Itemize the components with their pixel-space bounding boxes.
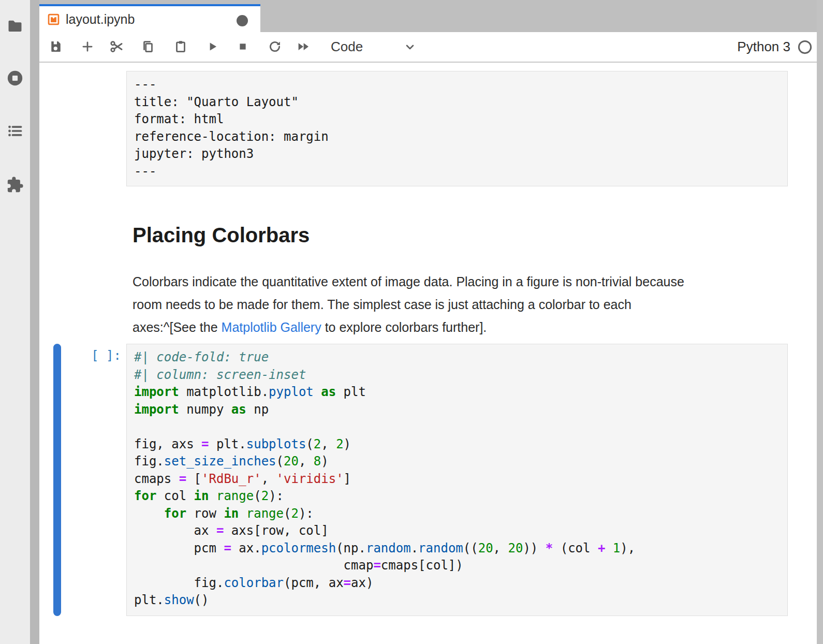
insert-cell-below-button[interactable] — [77, 36, 98, 57]
restart-and-run-all-button[interactable] — [293, 36, 314, 57]
panel-divider — [30, 0, 39, 644]
running-kernels-icon[interactable] — [6, 69, 24, 87]
run-cell-button[interactable] — [202, 36, 223, 57]
restart-kernel-button[interactable] — [264, 36, 285, 57]
matplotlib-gallery-link[interactable]: Matplotlib Gallery — [222, 320, 321, 334]
code-cell-editor[interactable]: #| code-fold: true#| column: screen-inse… — [126, 344, 788, 616]
raw-cell-editor[interactable]: ---title: "Quarto Layout"format: htmlref… — [126, 71, 788, 186]
extension-manager-icon[interactable] — [6, 176, 24, 194]
paragraph-line-1: Colorbars indicate the quantitative exte… — [133, 274, 684, 289]
tab-bar: layout.ipynb — [39, 0, 817, 32]
cell-type-dropdown[interactable]: Code — [331, 32, 417, 62]
interrupt-kernel-button[interactable] — [232, 36, 253, 57]
tab-title: layout.ipynb — [66, 12, 135, 27]
kernel-name[interactable]: Python 3 — [737, 39, 790, 55]
notebook-file-icon — [47, 12, 61, 26]
paragraph-line-3-suffix: to explore colorbars further]. — [321, 320, 487, 334]
cell-type-value: Code — [331, 39, 363, 55]
kernel-idle-circle-icon[interactable] — [797, 39, 813, 55]
kernel-area: Python 3 — [737, 32, 813, 62]
file-browser-icon[interactable] — [6, 17, 24, 35]
tab-layout-ipynb[interactable]: layout.ipynb — [39, 4, 260, 32]
paste-cells-button[interactable] — [170, 36, 191, 57]
save-button[interactable] — [46, 36, 66, 57]
activity-sidebar — [0, 0, 30, 644]
tab-dirty-indicator[interactable] — [237, 15, 248, 26]
notebook-panel: ---title: "Quarto Layout"format: htmlref… — [39, 63, 817, 644]
copy-cells-button[interactable] — [138, 36, 158, 57]
paragraph-line-2: room needs to be made for them. The simp… — [133, 297, 631, 312]
markdown-heading: Placing Colorbars — [133, 224, 310, 247]
cell-input-prompt: [ ]: — [55, 348, 121, 363]
table-of-contents-icon[interactable] — [6, 122, 24, 140]
cell-collapser[interactable] — [53, 344, 61, 616]
paragraph-line-3-prefix: axes:^[See the — [133, 320, 222, 334]
cut-cells-button[interactable] — [107, 36, 127, 57]
right-gutter — [817, 0, 823, 644]
chevron-down-icon — [403, 40, 417, 54]
main-dock-panel: layout.ipynb C — [39, 0, 817, 644]
notebook-toolbar: Code Python 3 — [39, 32, 817, 63]
markdown-paragraph: Colorbars indicate the quantitative exte… — [133, 270, 783, 339]
